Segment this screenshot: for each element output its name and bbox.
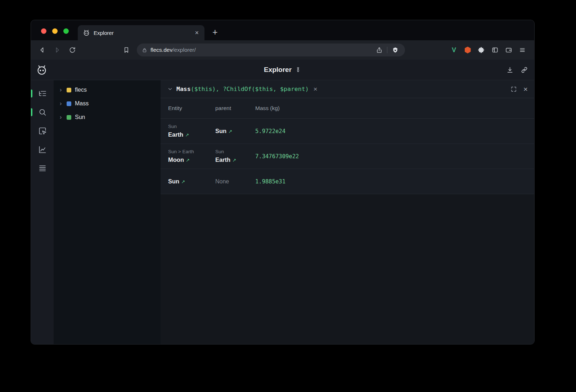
tree-item-sun[interactable]: › Sun	[54, 110, 161, 124]
module-color-swatch	[67, 88, 71, 92]
tool-sidebar	[31, 80, 54, 344]
table-row: Sun↗ None 1.9885e31	[161, 169, 534, 194]
desktop-background: Explorer × + flecs.dev/exp	[0, 0, 576, 392]
sidebar-toggle-icon	[491, 46, 499, 54]
page-title: Explorer	[264, 66, 292, 74]
close-panel-icon[interactable]: ×	[523, 85, 528, 93]
back-button[interactable]	[36, 44, 48, 56]
share-button[interactable]	[374, 45, 384, 55]
mass-value: 5.9722e24	[255, 128, 285, 135]
browser-menu-button[interactable]	[516, 44, 529, 56]
entity-tree-panel: › flecs › Mass › Sun	[54, 80, 161, 344]
expand-panel-button[interactable]	[510, 86, 517, 92]
expand-chevron-icon[interactable]: ›	[60, 114, 66, 120]
active-indicator-query	[31, 108, 32, 116]
traffic-lights	[41, 28, 69, 34]
entity-parent-path: Sun	[168, 123, 215, 130]
entity-color-swatch	[67, 115, 71, 120]
app-title-group: Explorer	[31, 66, 534, 74]
window-zoom-button[interactable]	[63, 28, 69, 34]
tree-item-mass[interactable]: › Mass	[54, 97, 161, 110]
entity-cell: Sun Earth↗	[168, 119, 215, 143]
puzzle-icon	[478, 46, 485, 54]
reload-icon	[69, 46, 76, 54]
back-icon	[39, 46, 46, 54]
tree-item-flecs[interactable]: › flecs	[54, 83, 161, 97]
wallet-button[interactable]	[502, 44, 516, 56]
mass-cell: 1.9885e31	[255, 174, 534, 189]
bookmark-icon	[123, 46, 130, 54]
query-results-table: Entity parent Mass (kg) Sun Earth↗ Sun↗	[161, 98, 534, 194]
expand-chevron-icon[interactable]: ›	[60, 100, 66, 107]
query-clear-icon[interactable]: ×	[314, 86, 318, 92]
hamburger-menu-icon	[519, 46, 526, 54]
tree-list-icon	[38, 89, 47, 98]
share-icon	[376, 47, 383, 54]
column-header-parent: parent	[215, 105, 255, 111]
extension-vue-devtools-button[interactable]: V	[447, 44, 461, 56]
tab-title: Explorer	[94, 30, 193, 36]
brave-shield-icon	[392, 47, 399, 53]
extensions-button[interactable]	[474, 44, 488, 56]
entity-link[interactable]: Moon	[168, 156, 184, 163]
mass-value: 1.9885e31	[255, 178, 285, 185]
link-arrow-icon: ↗	[185, 132, 189, 138]
window-close-button[interactable]	[41, 28, 46, 34]
sidebar-item-inspect[interactable]	[38, 126, 47, 136]
parent-none-value: None	[215, 178, 229, 184]
browser-tab-explorer[interactable]: Explorer ×	[78, 25, 204, 40]
parent-link[interactable]: Earth	[215, 156, 230, 163]
tab-strip: Explorer × +	[31, 20, 534, 40]
collapse-chevron-button[interactable]	[167, 86, 173, 92]
mass-cell: 7.34767309e22	[255, 149, 534, 164]
app-header: Explorer	[31, 60, 534, 80]
forward-button[interactable]	[51, 44, 63, 56]
query-bar: Mass($this), ?ChildOf($this, $parent) × …	[161, 80, 534, 98]
sidebar-item-entities[interactable]	[38, 89, 47, 98]
extension-hexagon-button[interactable]	[461, 44, 474, 56]
new-tab-button[interactable]: +	[212, 28, 218, 37]
rows-icon	[38, 164, 47, 173]
sidebar-item-journal[interactable]	[38, 164, 47, 173]
bookmark-button[interactable]	[120, 44, 132, 56]
window-minimize-button[interactable]	[52, 28, 58, 34]
fullscreen-icon	[510, 86, 517, 92]
brave-shields-button[interactable]	[390, 45, 401, 55]
lock-icon	[142, 47, 147, 53]
hexagon-extension-icon	[465, 47, 471, 54]
query-expression[interactable]: Mass($this), ?ChildOf($this, $parent)	[176, 86, 309, 92]
table-row: Sun Earth↗ Sun↗ 5.9722e24	[161, 119, 534, 144]
url-path: /explorer/	[172, 47, 196, 53]
expand-chevron-icon[interactable]: ›	[60, 87, 66, 93]
entity-cell: Sun > Earth Moon↗	[168, 144, 215, 168]
wallet-icon	[505, 46, 512, 54]
active-indicator-entities	[31, 90, 32, 97]
sidebar-toggle-button[interactable]	[488, 44, 502, 56]
query-panel: Mass($this), ?ChildOf($this, $parent) × …	[161, 80, 534, 344]
tree-item-label: Sun	[75, 114, 85, 120]
browser-toolbar: flecs.dev/explorer/ V	[31, 40, 534, 60]
link-arrow-icon: ↗	[181, 179, 185, 184]
query-panel-actions: ×	[510, 85, 528, 93]
link-arrow-icon: ↗	[228, 129, 232, 134]
parent-link[interactable]: Sun	[215, 128, 226, 134]
column-header-mass: Mass (kg)	[255, 105, 534, 111]
url-bar[interactable]: flecs.dev/explorer/	[137, 44, 405, 56]
url-domain: flecs.dev	[150, 47, 172, 53]
entity-link[interactable]: Earth	[168, 131, 183, 138]
chart-icon	[38, 145, 47, 154]
entity-link[interactable]: Sun	[168, 178, 179, 184]
flecs-favicon-icon	[83, 29, 90, 36]
query-terms-token: ($this), ?ChildOf($this, $parent)	[191, 86, 309, 92]
sidebar-item-stats[interactable]	[38, 145, 47, 154]
link-arrow-icon: ↗	[232, 158, 236, 163]
reload-button[interactable]	[66, 44, 78, 56]
column-header-entity: Entity	[168, 105, 215, 111]
sidebar-item-query[interactable]	[38, 108, 47, 117]
entity-parent-path: Sun > Earth	[168, 148, 215, 155]
tab-close-icon[interactable]: ×	[193, 29, 200, 37]
table-header-row: Entity parent Mass (kg)	[161, 98, 534, 119]
mass-value: 7.34767309e22	[255, 153, 299, 160]
browser-window: Explorer × + flecs.dev/exp	[31, 20, 535, 345]
query-component-token: Mass	[176, 86, 191, 92]
